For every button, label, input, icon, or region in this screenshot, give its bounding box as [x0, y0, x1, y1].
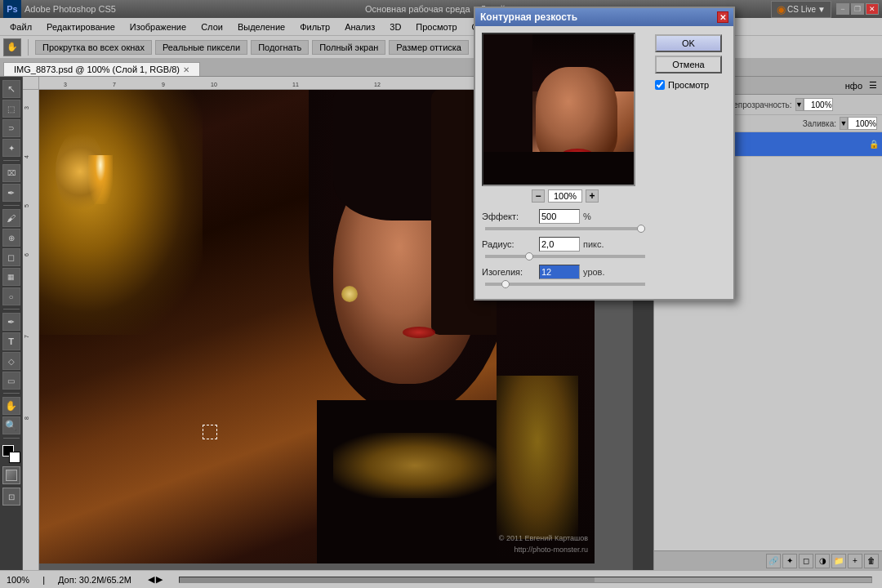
- dodge-tool-btn[interactable]: ○: [2, 287, 20, 305]
- tool-options-icon[interactable]: ✋: [3, 38, 21, 56]
- next-frame-btn[interactable]: ▶: [156, 574, 163, 585]
- menu-3d[interactable]: 3D: [383, 20, 408, 33]
- zoom-level-label: 100%: [548, 189, 582, 203]
- link-layers-btn[interactable]: 🔗: [766, 554, 781, 568]
- progress-controls: ◀ ▶: [148, 574, 163, 585]
- opacity-chevron-icon[interactable]: ▼: [795, 98, 804, 111]
- dialog-buttons: OK Отмена Просмотр: [655, 33, 727, 292]
- effect-slider-track[interactable]: [485, 227, 645, 230]
- dialog-titlebar: Контурная резкость ✕: [475, 8, 733, 26]
- effect-input[interactable]: [539, 209, 580, 224]
- scroll-all-windows-btn[interactable]: Прокрутка во всех окнах: [35, 40, 152, 55]
- fit-screen-btn[interactable]: Подогнать: [251, 40, 309, 55]
- fg-bg-colors[interactable]: [2, 445, 20, 463]
- menu-image[interactable]: Изображение: [123, 20, 193, 33]
- full-screen-btn[interactable]: Полный экран: [312, 40, 385, 55]
- text-tool-btn[interactable]: T: [2, 332, 20, 350]
- opacity-input[interactable]: [804, 98, 833, 111]
- ok-button[interactable]: OK: [655, 34, 722, 52]
- canvas-background-bottom: [39, 564, 632, 570]
- menu-select[interactable]: Выделение: [231, 20, 292, 33]
- cs-live-button[interactable]: ◉ CS Live ▼: [771, 1, 831, 18]
- new-adjustment-btn[interactable]: ◑: [815, 554, 830, 568]
- menu-file[interactable]: Файл: [3, 20, 38, 33]
- preview-checkbox[interactable]: [655, 80, 665, 90]
- quick-mask-btn[interactable]: [2, 466, 20, 484]
- lasso-tool-btn[interactable]: ⊃: [2, 119, 20, 137]
- fill-input[interactable]: [848, 117, 877, 130]
- progress-bar: [179, 577, 872, 583]
- statusbar: 100% | Доп: 30.2M/65.2M ◀ ▶: [0, 570, 882, 588]
- optionsbar: ✋ Прокрутка во всех окнах Реальные пиксе…: [0, 36, 882, 59]
- info-tab[interactable]: нфо: [845, 81, 862, 91]
- print-size-btn[interactable]: Размер оттиска: [389, 40, 469, 55]
- titlebar: Ps Adobe Photoshop CS5 Основная рабочая …: [0, 0, 882, 18]
- screen-mode-btn[interactable]: ⊡: [2, 488, 20, 506]
- threshold-unit: уров.: [583, 267, 605, 277]
- zoom-out-button[interactable]: −: [532, 189, 545, 203]
- radius-slider-row: [482, 255, 648, 258]
- close-button[interactable]: ✕: [866, 3, 879, 15]
- dialog-left: − 100% + Эффект: % Радиус:: [482, 33, 648, 292]
- radius-input[interactable]: [539, 237, 580, 252]
- radius-slider-track[interactable]: [485, 255, 645, 258]
- add-mask-btn[interactable]: ◻: [799, 554, 813, 568]
- fill-chevron-icon[interactable]: ▼: [840, 117, 848, 130]
- document-tab[interactable]: IMG_8873.psd @ 100% (Слой 1, RGB/8) ✕: [3, 62, 200, 76]
- prev-frame-btn[interactable]: ◀: [148, 574, 154, 585]
- menu-analyze[interactable]: Анализ: [338, 20, 381, 33]
- eraser-tool-btn[interactable]: ◻: [2, 248, 20, 266]
- workspace: ↖ ⬚ ⊃ ✦ ⌧ ✒ 🖌 ⊕ ◻ ▦ ○ ✒ T ◇ ▭ ✋ 🔍 ⊡: [0, 77, 882, 570]
- doc-size-info: Доп: 30.2M/65.2M: [58, 575, 131, 585]
- background-color[interactable]: [9, 452, 20, 463]
- delete-layer-btn[interactable]: 🗑: [864, 554, 879, 568]
- menu-filter[interactable]: Фильтр: [293, 20, 336, 33]
- minimize-button[interactable]: −: [836, 3, 849, 15]
- shape-tool-btn[interactable]: ▭: [2, 372, 20, 390]
- radius-slider-thumb[interactable]: [525, 252, 533, 261]
- ruler-mark-left-3: 3: [24, 106, 29, 109]
- hand-tool-btn[interactable]: ✋: [2, 397, 20, 415]
- brush-tool-btn[interactable]: 🖌: [2, 209, 20, 227]
- panel-menu-icon[interactable]: ☰: [869, 80, 877, 91]
- opacity-label: Непрозрачность:: [728, 100, 792, 109]
- ruler-mark-left-4: 4: [24, 155, 29, 158]
- menu-edit[interactable]: Редактирование: [40, 20, 122, 33]
- zoom-in-button[interactable]: +: [586, 189, 599, 203]
- threshold-slider-thumb[interactable]: [501, 280, 510, 288]
- cancel-button[interactable]: Отмена: [655, 56, 722, 74]
- path-tool-btn[interactable]: ◇: [2, 352, 20, 370]
- gradient-tool-btn[interactable]: ▦: [2, 268, 20, 286]
- move-tool-btn[interactable]: ↖: [2, 80, 20, 98]
- tab-close-button[interactable]: ✕: [183, 65, 189, 74]
- window-controls: − ❐ ✕: [836, 3, 879, 15]
- dialog-title: Контурная резкость: [480, 11, 577, 23]
- crop-tool-btn[interactable]: ⌧: [2, 164, 20, 182]
- effect-slider-thumb[interactable]: [637, 225, 645, 233]
- preview-label: Просмотр: [668, 80, 709, 90]
- menu-layers[interactable]: Слои: [194, 20, 229, 33]
- workspace-label-text: Основная рабочая среда: [365, 4, 470, 14]
- add-style-btn[interactable]: ✦: [782, 554, 797, 568]
- new-layer-btn[interactable]: +: [848, 554, 862, 568]
- clone-tool-btn[interactable]: ⊕: [2, 229, 20, 247]
- tab-label: IMG_8873.psd @ 100% (Слой 1, RGB/8): [14, 65, 180, 74]
- dialog-close-button[interactable]: ✕: [717, 11, 728, 23]
- restore-button[interactable]: ❐: [851, 3, 864, 15]
- magic-wand-tool-btn[interactable]: ✦: [2, 139, 20, 157]
- cs-live-label: CS Live: [787, 5, 816, 14]
- threshold-input[interactable]: [539, 265, 580, 279]
- threshold-slider-track[interactable]: [485, 283, 645, 286]
- ruler-mark-left-8: 8: [24, 416, 29, 420]
- effect-slider-row: [482, 227, 648, 230]
- marquee-tool-btn[interactable]: ⬚: [2, 100, 20, 118]
- preview-checkbox-row: Просмотр: [655, 80, 727, 90]
- menu-view[interactable]: Просмотр: [409, 20, 463, 33]
- new-group-btn[interactable]: 📁: [831, 554, 846, 568]
- progress-bar-fill: [180, 577, 595, 582]
- actual-pixels-btn[interactable]: Реальные пиксели: [155, 40, 247, 55]
- eyedropper-tool-btn[interactable]: ✒: [2, 184, 20, 202]
- pen-tool-btn[interactable]: ✒: [2, 313, 20, 331]
- radius-label: Радиус:: [482, 239, 539, 249]
- zoom-tool-btn[interactable]: 🔍: [2, 416, 20, 434]
